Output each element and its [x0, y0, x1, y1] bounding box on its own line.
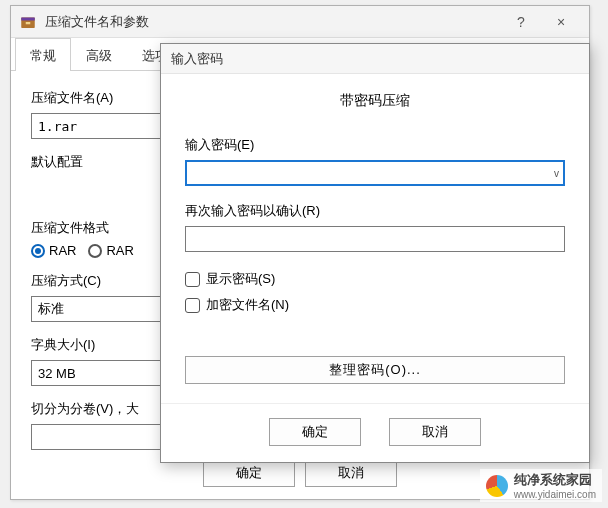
tab-general[interactable]: 常规 [15, 38, 71, 71]
dict-value: 32 MB [38, 366, 76, 381]
pw-cancel-button[interactable]: 取消 [389, 418, 481, 446]
radio-unselected-icon [88, 244, 102, 258]
method-value: 标准 [38, 300, 64, 318]
app-logo-icon [19, 13, 37, 31]
format-rar-text: RAR [49, 243, 76, 258]
svg-rect-1 [21, 17, 35, 20]
password-confirm-input[interactable] [185, 226, 565, 252]
password-dialog: 输入密码 带密码压缩 输入密码(E) v 再次输入密码以确认(R) 显示密码(S… [160, 43, 590, 463]
encrypt-names-label: 加密文件名(N) [206, 296, 289, 314]
help-button[interactable]: ? [501, 14, 541, 30]
checkbox-show-password[interactable] [185, 272, 200, 287]
watermark-url: www.yidaimei.com [514, 489, 596, 500]
dialog-title: 压缩文件名和参数 [45, 13, 501, 31]
main-cancel-button[interactable]: 取消 [305, 459, 397, 487]
tab-advanced[interactable]: 高级 [71, 38, 127, 71]
pw-title-bar: 输入密码 [161, 44, 589, 74]
format-rar5-text: RAR [106, 243, 133, 258]
chevron-down-icon[interactable]: v [554, 168, 559, 179]
password-input[interactable] [185, 160, 565, 186]
pw-dialog-title: 输入密码 [171, 50, 223, 68]
watermark-brand: 纯净系统家园 [514, 471, 596, 489]
pw-ok-button[interactable]: 确定 [269, 418, 361, 446]
checkbox-encrypt-names[interactable] [185, 298, 200, 313]
radio-selected-icon [31, 244, 45, 258]
main-ok-button[interactable]: 确定 [203, 459, 295, 487]
manage-passwords-button[interactable]: 整理密码(O)... [185, 356, 565, 384]
svg-rect-2 [26, 22, 31, 24]
show-password-label: 显示密码(S) [206, 270, 275, 288]
pw-heading: 带密码压缩 [185, 92, 565, 110]
close-button[interactable]: × [541, 14, 581, 30]
watermark: 纯净系统家园 www.yidaimei.com [480, 469, 602, 502]
format-radio-rar5[interactable]: RAR [88, 243, 133, 258]
pw-enter-label: 输入密码(E) [185, 136, 565, 154]
format-radio-rar[interactable]: RAR [31, 243, 76, 258]
title-bar: 压缩文件名和参数 ? × [11, 6, 589, 38]
pw-confirm-label: 再次输入密码以确认(R) [185, 202, 565, 220]
watermark-logo-icon [486, 475, 508, 497]
